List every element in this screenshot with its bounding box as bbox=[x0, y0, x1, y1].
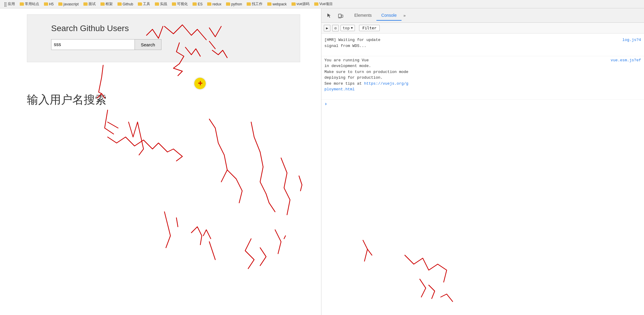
folder-icon bbox=[20, 2, 24, 6]
folder-icon bbox=[267, 2, 271, 6]
cursor-dot: ✛ bbox=[194, 78, 206, 89]
folder-icon bbox=[138, 2, 142, 6]
console-link-log[interactable]: log.js?4 bbox=[622, 37, 641, 43]
search-box-area: Search Github Users Search bbox=[27, 14, 300, 62]
console-text-vue: You are running Vue in development mode.… bbox=[324, 57, 611, 98]
console-context-value: top bbox=[343, 26, 350, 30]
bookmark-github[interactable]: Github bbox=[116, 1, 135, 7]
folder-icon bbox=[247, 2, 251, 6]
devtools-toolbar: Elements Console » bbox=[321, 8, 644, 23]
bookmark-常用站点[interactable]: 常用站点 bbox=[18, 1, 41, 7]
console-input[interactable] bbox=[329, 102, 641, 106]
bookmark-keishihua[interactable]: 可视化 bbox=[170, 1, 189, 7]
search-input[interactable] bbox=[51, 39, 135, 50]
console-link-vuejs[interactable]: https://vuejs.org/gployment.html bbox=[324, 81, 408, 92]
console-filter-button[interactable]: Filter bbox=[359, 25, 380, 31]
bookmark-shizhan[interactable]: 实战 bbox=[153, 1, 169, 7]
bookmark-python[interactable]: python bbox=[225, 1, 243, 7]
bookmark-vue-source[interactable]: vue源码 bbox=[290, 1, 311, 7]
console-link-vue-esm[interactable]: vue.esm.js?ef bbox=[611, 57, 641, 63]
bookmark-vue-project[interactable]: Vue项目 bbox=[313, 1, 334, 7]
bookmark-apps[interactable]: ⣿ 应用 bbox=[2, 1, 16, 7]
bookmark-bar: ⣿ 应用 常用站点 H5 javascript 面试 框架 Github 工具 … bbox=[0, 0, 644, 8]
svg-rect-1 bbox=[341, 15, 343, 17]
bookmark-es[interactable]: ES bbox=[191, 1, 204, 7]
main-area: Search Github Users Search 输入用户名搜索 bbox=[0, 8, 644, 315]
devtools-panel: Elements Console » ▶ ⊘ top ▼ Filter [HMR… bbox=[321, 8, 644, 315]
bookmark-webpack[interactable]: webpack bbox=[266, 1, 288, 7]
console-play-button[interactable]: ▶ bbox=[324, 25, 330, 31]
console-line-vue: You are running Vue in development mode.… bbox=[321, 56, 644, 100]
chinese-label: 输入用户名搜索 bbox=[27, 92, 106, 107]
folder-icon bbox=[226, 2, 230, 6]
folder-icon bbox=[292, 2, 296, 6]
devtools-cursor-icon[interactable] bbox=[324, 11, 334, 20]
folder-icon bbox=[58, 2, 62, 6]
console-toolbar: ▶ ⊘ top ▼ Filter bbox=[321, 23, 644, 34]
devtools-device-icon[interactable] bbox=[336, 11, 345, 20]
folder-icon bbox=[83, 2, 88, 6]
bookmark-h5[interactable]: H5 bbox=[42, 1, 55, 7]
search-button[interactable]: Search bbox=[135, 39, 161, 50]
tab-more[interactable]: » bbox=[402, 11, 408, 20]
bookmark-redux[interactable]: redux bbox=[206, 1, 223, 7]
tab-elements[interactable]: Elements bbox=[350, 10, 376, 21]
console-line: [HMR] Waiting for update signal from WDS… bbox=[321, 36, 644, 56]
folder-icon bbox=[117, 2, 122, 6]
web-content: Search Github Users Search 输入用户名搜索 bbox=[0, 8, 321, 315]
folder-icon bbox=[100, 2, 105, 6]
folder-icon bbox=[172, 2, 176, 6]
tab-console[interactable]: Console bbox=[376, 10, 401, 21]
folder-icon bbox=[193, 2, 197, 6]
folder-icon bbox=[207, 2, 211, 6]
search-row: Search bbox=[51, 39, 276, 50]
bookmark-javascript[interactable]: javascript bbox=[57, 1, 80, 7]
bookmark-gongju[interactable]: 工具 bbox=[136, 1, 152, 7]
console-prompt-line: › bbox=[321, 100, 644, 109]
console-arrow-icon: › bbox=[324, 101, 327, 107]
folder-icon bbox=[155, 2, 159, 6]
folder-icon bbox=[44, 2, 48, 6]
folder-icon bbox=[314, 2, 318, 6]
devtools-tabs: Elements Console » bbox=[350, 10, 408, 21]
console-context-selector[interactable]: top ▼ bbox=[341, 25, 355, 31]
console-output: [HMR] Waiting for update signal from WDS… bbox=[321, 34, 644, 315]
bookmark-zhaoguongzuo[interactable]: 找工作 bbox=[245, 1, 264, 7]
chevron-down-icon: ▼ bbox=[351, 26, 353, 30]
page-title: Search Github Users bbox=[51, 24, 276, 33]
bookmark-mianshi[interactable]: 面试 bbox=[82, 1, 97, 7]
console-block-button[interactable]: ⊘ bbox=[332, 25, 339, 31]
console-text: [HMR] Waiting for update signal from WDS… bbox=[324, 37, 622, 55]
bookmark-kuangjia[interactable]: 框架 bbox=[99, 1, 114, 7]
